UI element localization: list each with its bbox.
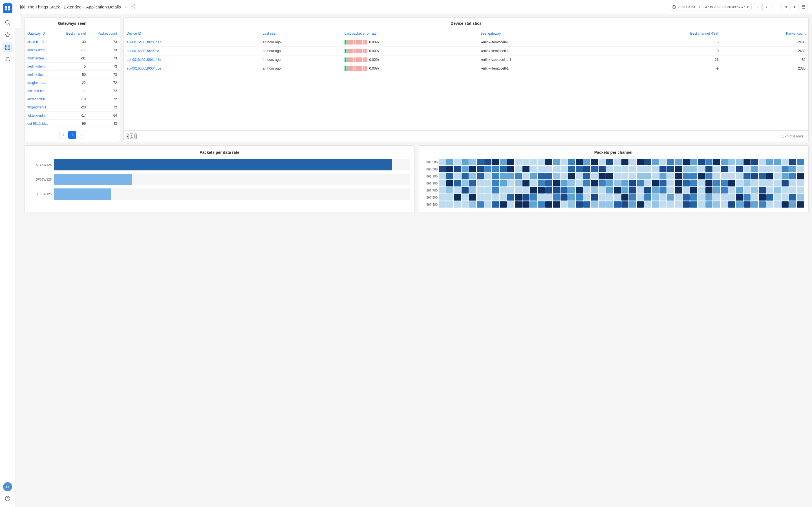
- error-segment: [358, 66, 360, 71]
- heatmap-cell: [614, 166, 621, 172]
- heatmap-cell: [667, 194, 674, 201]
- heatmap-cell: [690, 180, 697, 186]
- heatmap-cell: [545, 202, 552, 208]
- heatmap-cell: [644, 166, 651, 172]
- col-best-channel[interactable]: Best channel: [57, 29, 89, 38]
- time-range-picker[interactable]: 2023-03-23 10:02:47 to 2023-03-30 09:57:…: [669, 4, 752, 10]
- device-row: eui-0016c001f0200d17 an hour ago 0.00% k…: [124, 38, 808, 47]
- gateway-link[interactable]: multitech-a...: [28, 56, 47, 60]
- sidebar-item-dashboard[interactable]: [3, 42, 13, 52]
- gateways-prev-page[interactable]: ‹: [59, 131, 67, 139]
- col-packet-count-dev[interactable]: Packet count: [721, 29, 808, 38]
- bar-row-sf7: SF7BW125: [29, 159, 410, 170]
- heatmap-cell: [485, 187, 492, 193]
- col-best-gateway[interactable]: Best gateway: [477, 29, 604, 38]
- gateway-row: kerlink-ibts-... -50 73: [24, 71, 120, 79]
- heatmap-cell: [766, 187, 773, 193]
- heatmap-cell: [690, 194, 697, 201]
- heatmap-cell: [446, 202, 453, 208]
- col-packet-count-gw[interactable]: Packet count: [89, 29, 120, 38]
- heatmap-cell: [538, 180, 545, 186]
- packet-count-cell: 73: [89, 54, 120, 62]
- refresh-button[interactable]: ↻: [781, 3, 790, 11]
- zoom-out-button[interactable]: −: [772, 3, 780, 11]
- heatmap-cell: [560, 159, 567, 165]
- gateway-link[interactable]: mikrotik-kn...: [28, 89, 47, 93]
- error-segment: [347, 49, 349, 53]
- gateway-link[interactable]: kerlink-ibts-...: [28, 73, 47, 76]
- heatmap-cell: [507, 166, 514, 172]
- gateway-row: tektelic-adri... -17 64: [24, 112, 120, 120]
- heatmap-cell: [454, 180, 461, 186]
- page-name: Application Details: [86, 4, 121, 9]
- sidebar-item-favorites[interactable]: [3, 30, 13, 40]
- gateway-link[interactable]: ttkg-adrian-1: [28, 105, 46, 109]
- heatmap-cell: [446, 187, 453, 193]
- col-last-seen[interactable]: Last seen: [260, 29, 342, 38]
- settings-dropdown-button[interactable]: ▾: [791, 3, 799, 11]
- panel-view-button[interactable]: [800, 3, 808, 11]
- gateways-next-page[interactable]: ›: [77, 131, 85, 139]
- heatmap-cell: [774, 194, 781, 201]
- gateway-id-cell: kerlink-izept...: [24, 46, 57, 54]
- col-gateway-id[interactable]: Gateway ID: [24, 29, 57, 38]
- heatmap-cell: [553, 173, 560, 179]
- favorite-star-icon[interactable]: ☆: [124, 5, 128, 9]
- heatmap-cell: [553, 202, 560, 208]
- time-next-button[interactable]: ›: [762, 3, 770, 11]
- pdr-chart-title: Packets per data rate: [29, 150, 410, 155]
- device-link[interactable]: eui-0016c001f000406e: [126, 66, 161, 70]
- col-error-rate[interactable]: Last packet error rate: [342, 29, 478, 38]
- sidebar-collapse-button[interactable]: ›: [15, 14, 21, 28]
- heatmap-row: 868.100: [423, 173, 804, 179]
- heatmap-cell: [781, 180, 789, 186]
- heatmap-cell: [538, 166, 545, 172]
- col-device-id[interactable]: Device ID: [124, 29, 260, 38]
- heatmap-cell: [507, 173, 514, 179]
- heatmap-cell: [736, 202, 743, 208]
- heatmap-cell: [507, 180, 514, 186]
- sidebar-item-search[interactable]: [3, 17, 13, 27]
- heatmap-cell: [797, 194, 804, 201]
- device-next-page[interactable]: ›: [135, 133, 137, 139]
- heatmap-channel-label: 868.100: [423, 175, 438, 178]
- device-prev-page[interactable]: ‹: [126, 133, 129, 139]
- tables-row: Gateways seen Gateway ID Best channel Pa…: [24, 17, 809, 142]
- gateways-page-1[interactable]: 1: [68, 131, 76, 139]
- app-stack-name: The Things Stack - Extended: [27, 4, 82, 9]
- sidebar-item-alerts[interactable]: [3, 55, 13, 65]
- heatmap-cell: [439, 166, 446, 172]
- heatmap-cell: [629, 173, 636, 179]
- gateway-link[interactable]: eui-58a0cbf...: [28, 122, 48, 126]
- sidebar-item-help[interactable]: [3, 494, 13, 504]
- heatmap-cells: [439, 180, 804, 186]
- device-link[interactable]: eui-0016c001f001e48a: [126, 58, 161, 62]
- heatmap-cell: [698, 166, 705, 172]
- gateway-link[interactable]: dragino-lps...: [28, 81, 47, 85]
- col-best-channel-rssi[interactable]: Best channel RSSI: [604, 29, 721, 38]
- gateway-link[interactable]: laird-sentriu...: [28, 97, 48, 101]
- gateway-link[interactable]: kerlink-ifem...: [28, 64, 47, 68]
- gateway-link[interactable]: cisco-ir110...: [28, 40, 47, 44]
- share-icon[interactable]: [131, 4, 136, 10]
- device-link[interactable]: eui-0016c001f0200cc1: [126, 49, 161, 53]
- heatmap-cell: [599, 202, 606, 208]
- heatmap-cell: [682, 166, 690, 172]
- heatmap-cell: [751, 166, 758, 172]
- time-prev-button[interactable]: ‹: [754, 3, 762, 11]
- heatmap-cell: [522, 202, 529, 208]
- user-avatar[interactable]: U: [3, 482, 12, 491]
- best-channel-cell: -19: [57, 95, 89, 103]
- gateway-link[interactable]: tektelic-adri...: [28, 114, 47, 117]
- heatmap-cell: [690, 202, 697, 208]
- gateway-link[interactable]: kerlink-izept...: [28, 48, 48, 52]
- heatmap-cell: [485, 159, 492, 165]
- heatmap-cell: [522, 166, 529, 172]
- heatmap-cell: [515, 202, 522, 208]
- device-link[interactable]: eui-0016c001f0200d17: [126, 40, 161, 44]
- heatmap-cell: [766, 202, 773, 208]
- error-segment: [365, 66, 367, 71]
- error-segment: [356, 49, 358, 53]
- device-page-1[interactable]: 1: [130, 133, 133, 139]
- heatmap-cell: [698, 173, 705, 179]
